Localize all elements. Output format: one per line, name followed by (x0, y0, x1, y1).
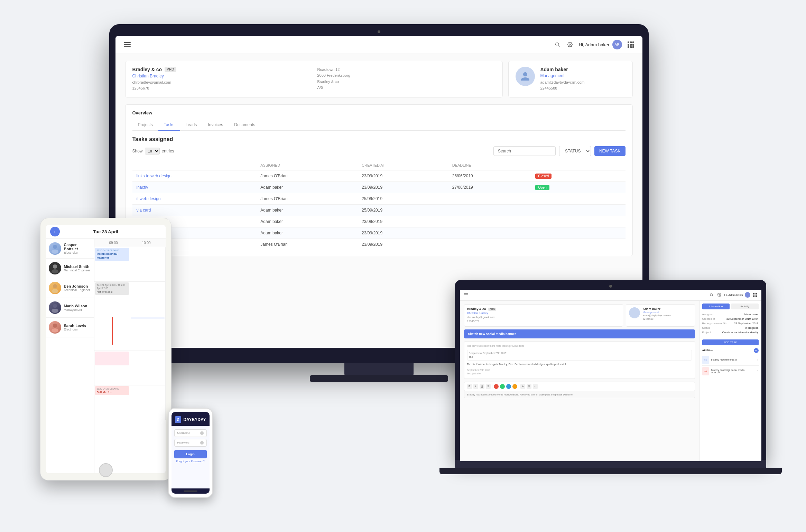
sidebar-deadline-label: Re: Appointment 5th (702, 322, 728, 325)
search-icon[interactable] (554, 41, 561, 48)
table-row: sni Adam baker 23/09/2019 (132, 227, 626, 239)
laptop-apps-icon[interactable] (753, 293, 757, 297)
sidebar-deadline-val: 23 September 2019 (734, 322, 758, 325)
grid-cell-casper-10 (130, 247, 166, 281)
task-link[interactable]: via card (137, 208, 151, 213)
phone-screen: D DAYBYDAY Username Password Login Forgo… (172, 412, 210, 494)
user-menu[interactable]: Hi, Adam baker AB (579, 40, 622, 49)
laptop-search-icon[interactable] (709, 292, 714, 297)
laptop-main-area: Bradley & co PRO Christian Bradley chrbr… (460, 301, 699, 461)
table-row: via card Adam baker 25/09/2019 (132, 204, 626, 216)
toolbar-color-2[interactable] (500, 384, 505, 389)
toolbar-bold[interactable]: B (467, 384, 472, 389)
task-assigned-cell: Adam baker (256, 216, 358, 227)
task-created-cell: 23/09/2019 (358, 239, 448, 250)
phone-logo-icon: D (175, 416, 182, 423)
toolbar-link[interactable]: ⊕ (520, 384, 525, 389)
avatar-sarah (49, 321, 61, 334)
task-created-cell: 25/09/2019 (358, 193, 448, 204)
task-action-cell (602, 170, 626, 181)
svg-point-15 (719, 295, 720, 296)
grid-cell-michael-9: Tue 21 April 2020 - Thu 30 April 22:00 N… (94, 282, 130, 316)
tablet-person-maria: Maria Wilson Management (46, 298, 94, 318)
toolbar-image[interactable]: ⊞ (527, 384, 531, 389)
company-contact-name[interactable]: Christian Bradley (132, 74, 311, 78)
tablet-calendar-grid: 09:00 10:00 2020-04-28 09:00:00 install … (94, 239, 166, 473)
laptop-activity-tab[interactable]: Activity (731, 304, 759, 309)
avatar-michael (49, 262, 61, 274)
tablet-header: ‹ Tue 28 April (46, 225, 166, 239)
grid-cell-sarah-9: 2020-04-28 08:00:00 Call Ms. J... (94, 385, 130, 420)
laptop-user-menu[interactable]: Hi, Adam baker (724, 292, 750, 298)
tasks-table: ASSIGNED CREATED AT DEADLINE links to we… (132, 160, 626, 250)
grid-cell-michael-10 (130, 282, 166, 316)
toolbar-strikethrough[interactable]: S (486, 384, 491, 389)
task-link[interactable]: it web design (137, 196, 161, 201)
laptop-add-task-button[interactable]: ADD TASK (702, 339, 759, 345)
laptop-editor-footer: Bradley has not responded to this review… (464, 391, 695, 398)
sidebar-status-label: Status (702, 326, 710, 329)
toolbar-underline[interactable]: U (480, 384, 484, 389)
laptop-content: Bradley & co PRO Christian Bradley chrbr… (460, 301, 761, 461)
overview-title: Overview (132, 110, 626, 115)
phone-login-form: Username Password Login Forgot your Pass… (172, 426, 210, 488)
new-task-button[interactable]: NEW TASK (594, 146, 626, 156)
tab-invoices[interactable]: Invoices (202, 120, 229, 131)
laptop-settings-icon[interactable] (717, 292, 722, 297)
task-assigned-cell: James O'Brian (256, 239, 358, 250)
phone-login-button[interactable]: Login (174, 450, 207, 458)
laptop-file-2-icon: pdf (702, 367, 709, 375)
toolbar-color-3[interactable] (506, 384, 511, 389)
col-action (602, 160, 626, 170)
task-link[interactable]: inactiv (137, 185, 148, 190)
tasks-controls: Show 10 25 50 entries (132, 146, 626, 156)
phone-password-field[interactable]: Password (174, 439, 207, 447)
tab-documents[interactable]: Documents (229, 120, 261, 131)
status-filter[interactable]: STATUS Open Closed (559, 146, 591, 156)
task-status-cell (531, 239, 602, 250)
tab-tasks[interactable]: Tasks (158, 120, 180, 131)
toolbar-color-4[interactable] (512, 384, 517, 389)
laptop-file-2-menu[interactable]: ⋮ (756, 370, 759, 373)
person-role: Management (540, 73, 626, 78)
task-deadline-cell (448, 204, 531, 216)
sidebar-project-row: Project Create a social media identity (702, 330, 759, 335)
tablet-home-button[interactable] (99, 463, 113, 477)
laptop-person-card: Adam baker Management adam@daybydaycrm.c… (626, 304, 695, 327)
laptop-file-1-menu[interactable]: ⋮ (756, 358, 759, 361)
task-link[interactable]: links to web design (137, 174, 172, 178)
toolbar-color[interactable] (494, 384, 499, 389)
grid-cell-sarah-10 (130, 385, 166, 420)
phone-username-field[interactable]: Username (174, 429, 207, 437)
toolbar-more[interactable]: ⋯ (533, 384, 538, 389)
task-assigned-cell: Adam baker (256, 227, 358, 239)
laptop-sidebar-tabs: Information Activity (702, 304, 759, 309)
entries-select[interactable]: 10 25 50 (145, 148, 160, 155)
tablet-back-button[interactable]: ‹ (50, 227, 60, 236)
sidebar-assigned-label: Assigned (702, 313, 714, 316)
table-row: media banner Adam baker 23/09/2019 (132, 216, 626, 227)
sidebar-deadline-row: Re: Appointment 5th 23 September 2019 (702, 321, 759, 326)
laptop-company-phone: 12345678 (467, 319, 620, 324)
tasks-search-input[interactable] (493, 146, 556, 156)
settings-icon[interactable] (566, 41, 573, 48)
toolbar-italic[interactable]: I (473, 384, 478, 389)
phone-forgot-link[interactable]: Forgot your Password? (174, 460, 207, 463)
tab-leads[interactable]: Leads (180, 120, 203, 131)
col-deadline: DEADLINE (448, 160, 531, 170)
laptop-add-file-button[interactable]: + (754, 348, 759, 353)
time-indicator (112, 317, 113, 345)
laptop-info-tab[interactable]: Information (702, 304, 730, 309)
laptop-company-name: Bradley & co PRO (467, 307, 620, 311)
tab-projects[interactable]: Projects (132, 120, 158, 131)
user-greeting-text: Hi, Adam baker (579, 42, 610, 47)
tablet-time-header: 09:00 10:00 (94, 239, 166, 247)
laptop-company-contact: Christian Bradley (467, 311, 620, 315)
sidebar-created-row: Created at 23 September 2019 13:04 (702, 317, 759, 321)
grid-row-ben (94, 316, 166, 351)
apps-icon[interactable] (628, 41, 634, 48)
laptop-menu-icon[interactable] (464, 293, 468, 297)
menu-icon[interactable] (124, 42, 131, 47)
tablet-bezel: ‹ Tue 28 April Casper Bottslet (40, 218, 172, 480)
task-name-cell: via card (132, 204, 257, 216)
